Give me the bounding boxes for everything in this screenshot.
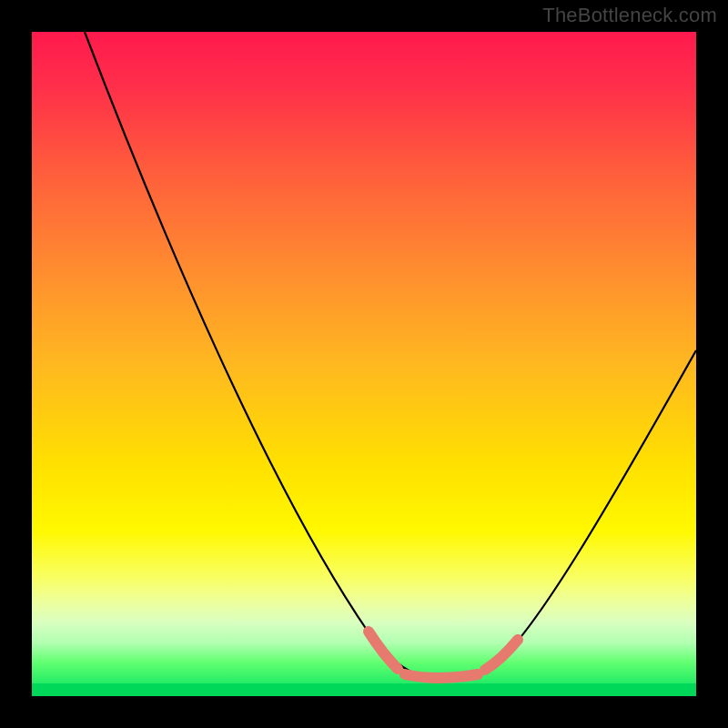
bottleneck-curve (85, 32, 696, 678)
curve-overlay (32, 32, 696, 696)
chart-frame: TheBottleneck.com (0, 0, 728, 728)
highlight-bottom (405, 674, 478, 678)
highlight-left (369, 632, 398, 669)
highlight-right (485, 640, 518, 670)
watermark-text: TheBottleneck.com (542, 4, 717, 27)
plot-area (32, 32, 696, 696)
